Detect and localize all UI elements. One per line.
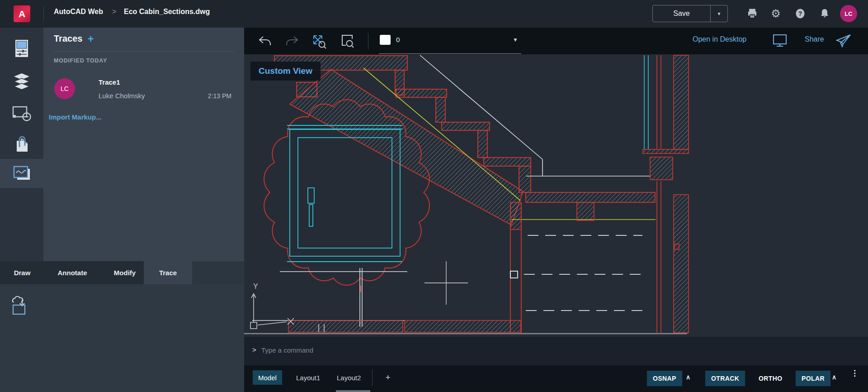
section-label: MODIFIED TODAY <box>54 57 107 64</box>
sidebar-item-blocks[interactable] <box>0 99 43 128</box>
tab-modify[interactable]: Modify <box>104 261 146 284</box>
open-in-desktop-link[interactable]: Open in Desktop <box>693 35 746 43</box>
trace-avatar: LC <box>54 78 75 99</box>
trace-list-item[interactable]: LC Trace1 Luke Cholmsky 2:13 PM <box>43 74 244 104</box>
help-icon[interactable]: ? <box>793 6 807 21</box>
divider <box>368 33 368 49</box>
trace-time: 2:13 PM <box>208 92 231 100</box>
canvas-column: 0 ▼ Open in Desktop Share Custom View <box>244 28 868 392</box>
save-button[interactable]: Save <box>653 5 711 22</box>
toggle-osnap[interactable]: OSNAP <box>647 371 682 386</box>
trace-name: Trace1 <box>99 78 120 86</box>
trace-author: Luke Cholmsky <box>99 92 145 100</box>
save-split-button: Save ▼ <box>652 5 728 22</box>
traces-panel: Traces + MODIFIED TODAY LC Trace1 Luke C… <box>43 28 244 261</box>
user-avatar[interactable]: LC <box>840 5 857 22</box>
command-input[interactable]: Type a command <box>261 346 313 354</box>
crosshair-cursor <box>425 261 468 305</box>
polar-caret-icon[interactable]: ∧ <box>832 373 836 381</box>
breadcrumb-app[interactable]: AutoCAD Web <box>54 8 103 16</box>
notifications-bell-icon[interactable] <box>817 6 832 21</box>
drawing-viewport[interactable]: Custom View <box>244 54 868 337</box>
canvas-toolbar: 0 ▼ Open in Desktop Share <box>244 28 868 54</box>
new-trace-button[interactable]: + <box>88 33 94 45</box>
divider <box>54 51 234 52</box>
desktop-monitor-icon[interactable] <box>772 33 788 50</box>
top-bar: A AutoCAD Web > Eco Cabin_Sections.dwg S… <box>0 0 868 28</box>
divider <box>372 369 373 386</box>
floor-slabs <box>244 320 687 334</box>
bottom-bar: Model Layout1 Layout2 + OSNAP ∧ OTRACK O… <box>244 365 868 392</box>
tab-bar-filler <box>192 261 244 284</box>
svg-text:?: ? <box>798 10 802 17</box>
tab-layout1[interactable]: Layout1 <box>291 370 326 385</box>
ucs-icon: Y <box>250 282 294 329</box>
share-plane-icon[interactable] <box>835 33 852 50</box>
add-layout-button[interactable]: + <box>382 370 394 385</box>
layer-name: 0 <box>396 36 400 43</box>
breadcrumb-separator: > <box>112 8 116 16</box>
properties-icon <box>14 39 30 58</box>
svg-text:Y: Y <box>253 282 258 290</box>
settings-gear-icon[interactable]: ⚙ <box>769 6 783 21</box>
undo-icon[interactable] <box>257 33 273 49</box>
share-button[interactable]: Share <box>805 35 824 43</box>
toggle-otrack[interactable]: OTRACK <box>705 371 745 386</box>
divider <box>379 53 521 54</box>
sidebar-item-properties[interactable] <box>0 34 43 63</box>
tab-layout2[interactable]: Layout2 <box>331 370 366 385</box>
sidebar-item-layers[interactable] <box>0 67 43 96</box>
command-bar[interactable]: > Type a command <box>244 337 868 365</box>
command-prompt-icon: > <box>252 346 256 354</box>
layers-icon <box>13 72 30 90</box>
view-badge[interactable]: Custom View <box>250 62 321 81</box>
import-markup-link[interactable]: Import Markup... <box>49 113 102 121</box>
tab-annotate[interactable]: Annotate <box>45 261 99 284</box>
toggle-ortho[interactable]: ORTHO <box>753 371 788 386</box>
print-icon[interactable] <box>745 6 760 21</box>
layer-select[interactable]: 0 ▼ <box>379 32 522 50</box>
toggle-polar[interactable]: POLAR <box>796 371 830 386</box>
attachment-icon <box>13 135 30 153</box>
traces-icon <box>13 165 31 182</box>
tab-model[interactable]: Model <box>253 370 282 385</box>
blocks-icon <box>12 106 31 121</box>
divider <box>43 7 44 21</box>
sidebar-item-attachments[interactable] <box>0 130 43 159</box>
redo-icon[interactable] <box>284 33 300 49</box>
save-dropdown-arrow[interactable]: ▼ <box>711 5 727 22</box>
pier <box>577 202 594 220</box>
landing-wall <box>510 202 521 333</box>
tab-draw[interactable]: Draw <box>4 261 41 284</box>
sidebar-item-traces[interactable] <box>0 159 43 188</box>
dashed-lines <box>524 235 642 311</box>
tab-scrollbar[interactable] <box>336 390 370 392</box>
breadcrumb-filename: Eco Cabin_Sections.dwg <box>124 8 210 16</box>
insert-trace-cloud-icon[interactable] <box>10 296 31 315</box>
snap-marker <box>510 271 518 278</box>
panel-title: Traces <box>54 33 82 44</box>
trace-tool-shelf <box>0 284 244 392</box>
chevron-down-icon[interactable]: ▼ <box>513 37 518 43</box>
status-overflow-menu[interactable]: ⋮ <box>851 371 857 376</box>
tab-trace[interactable]: Trace <box>144 261 192 284</box>
zoom-extents-icon[interactable] <box>311 33 327 49</box>
zoom-window-icon[interactable] <box>339 33 355 49</box>
cad-drawing: Y <box>244 54 868 337</box>
autocad-logo-icon[interactable]: A <box>14 5 30 22</box>
left-icon-rail <box>0 28 43 261</box>
layer-color-swatch <box>380 35 391 45</box>
ribbon-tab-bar: Draw Annotate Modify Trace <box>0 261 244 284</box>
osnap-caret-icon[interactable]: ∧ <box>686 373 690 381</box>
